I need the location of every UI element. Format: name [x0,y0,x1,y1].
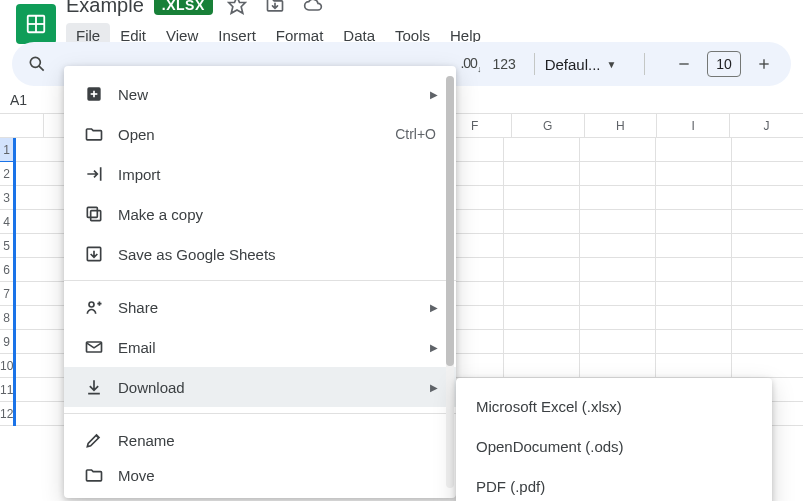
download-pdf[interactable]: PDF (.pdf) [456,466,772,501]
file-menu-open[interactable]: Open Ctrl+O [64,114,456,154]
submenu-arrow-icon: ▶ [430,342,438,353]
file-menu-email[interactable]: Email ▶ [64,327,456,367]
submenu-arrow-icon: ▶ [430,89,438,100]
menu-scrollbar[interactable] [446,76,454,488]
row-header[interactable]: 6 [0,258,13,282]
decrease-decimal-button[interactable]: .00↓ [460,55,480,74]
increase-font-size-button[interactable] [747,47,781,81]
row-header[interactable]: 1 [0,138,13,162]
menu-item-label: Move [118,467,155,484]
row-header[interactable]: 3 [0,186,13,210]
download-ods[interactable]: OpenDocument (.ods) [456,426,772,466]
email-icon [84,337,104,357]
file-menu-new[interactable]: New ▶ [64,74,456,114]
sheets-logo[interactable] [16,4,56,44]
move-to-folder-icon[interactable] [265,0,285,15]
file-menu-save-google-sheets[interactable]: Save as Google Sheets [64,234,456,274]
download-icon [84,377,104,397]
download-submenu: Microsoft Excel (.xlsx) OpenDocument (.o… [456,378,772,501]
menu-item-label: Import [118,166,161,183]
xlsx-badge: .XLSX [154,0,213,15]
file-menu-download[interactable]: Download ▶ [64,367,456,407]
rename-icon [84,430,104,450]
row-header[interactable]: 9 [0,330,13,354]
new-icon [84,84,104,104]
menu-item-label: Email [118,339,156,356]
chevron-down-icon: ▼ [607,59,617,70]
decrease-font-size-button[interactable] [667,47,701,81]
svg-point-15 [89,302,94,307]
svg-rect-12 [91,211,101,221]
toolbar-separator [534,53,535,75]
import-icon [84,164,104,184]
menu-item-label: Open [118,126,155,143]
row-header[interactable]: 11 [0,378,13,402]
svg-marker-3 [228,0,245,13]
svg-rect-13 [87,207,97,217]
col-header[interactable]: G [512,114,585,137]
menu-separator [64,280,456,281]
row-header[interactable]: 2 [0,162,13,186]
row-header[interactable]: 4 [0,210,13,234]
move-icon [84,465,104,485]
menu-item-label: Make a copy [118,206,203,223]
copy-icon [84,204,104,224]
menu-item-label: New [118,86,148,103]
submenu-arrow-icon: ▶ [430,382,438,393]
share-icon [84,297,104,317]
menu-item-label: Download [118,379,185,396]
file-menu-share[interactable]: Share ▶ [64,287,456,327]
file-menu-rename[interactable]: Rename [64,420,456,460]
col-header[interactable]: I [657,114,730,137]
folder-icon [84,124,104,144]
row-header[interactable]: 12 [0,402,13,426]
menu-separator [64,413,456,414]
save-icon [84,244,104,264]
format-123-button[interactable]: 123 [492,56,515,72]
toolbar-separator [644,53,645,75]
file-menu-import[interactable]: Import [64,154,456,194]
col-header[interactable]: J [730,114,803,137]
file-menu-dropdown: New ▶ Open Ctrl+O Import Make a copy Sav… [64,66,456,498]
keyboard-shortcut: Ctrl+O [395,126,436,142]
file-menu-make-copy[interactable]: Make a copy [64,194,456,234]
menu-item-label: Save as Google Sheets [118,246,276,263]
cloud-status-icon[interactable] [303,0,323,15]
star-icon[interactable] [227,0,247,15]
search-menus-icon[interactable] [22,47,52,81]
font-size-input[interactable]: 10 [707,51,741,77]
menu-item-label: Rename [118,432,175,449]
row-header[interactable]: 10 [0,354,13,378]
scrollbar-thumb[interactable] [446,76,454,366]
file-menu-move[interactable]: Move [64,460,456,490]
download-xlsx[interactable]: Microsoft Excel (.xlsx) [456,386,772,426]
document-title[interactable]: Example [66,0,144,17]
submenu-arrow-icon: ▶ [430,302,438,313]
svg-line-5 [39,66,44,71]
svg-point-4 [31,57,41,67]
name-box[interactable]: A1 [0,92,54,108]
row-header[interactable]: 8 [0,306,13,330]
menu-item-label: Share [118,299,158,316]
row-header[interactable]: 7 [0,282,13,306]
title-bar: Example .XLSX File Edit View Insert Form… [0,0,803,36]
font-family-dropdown[interactable]: Defaul... ▼ [545,56,634,73]
col-header[interactable]: H [585,114,658,137]
row-header[interactable]: 5 [0,234,13,258]
